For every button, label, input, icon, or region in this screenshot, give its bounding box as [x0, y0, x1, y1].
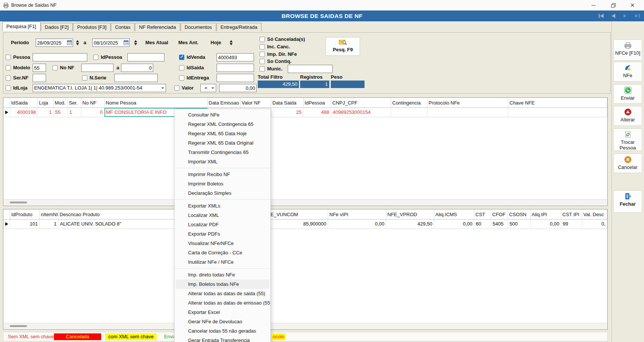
col-mod[interactable]: Mod. — [54, 98, 68, 108]
tab-contas[interactable]: Contas — [111, 23, 134, 31]
scrollbar-thumb[interactable] — [10, 202, 27, 203]
col-cnpj-cpf[interactable]: CNPJ_CPF — [331, 98, 391, 108]
munic-input[interactable] — [288, 65, 333, 73]
identrega-checkbox[interactable] — [179, 75, 184, 81]
flag-checkbox-munic[interactable] — [260, 66, 265, 72]
col-aliq-icms[interactable]: Aliq.ICMS — [434, 209, 474, 219]
nf-grid-hscrollbar[interactable] — [4, 199, 607, 205]
tab-produtos-f3[interactable]: Produtos [F3] — [73, 23, 111, 31]
menu-item-regerar-xml-65-data-hoje[interactable]: Regerar XML 65 Data Hoje — [175, 129, 270, 138]
col-loja[interactable]: Loja — [38, 98, 54, 108]
menu-item-gerar-nfe-de-devolucao[interactable]: Gerar NFe de Devolucao — [175, 317, 270, 326]
menu-item-exportar-excel[interactable]: Exportar Excel — [175, 308, 270, 317]
pessoa-checkbox[interactable] — [6, 55, 11, 60]
modelo-checkbox[interactable] — [6, 65, 11, 70]
col-nfe-vprod[interactable]: NFE_VPROD — [386, 209, 434, 219]
sernf-checkbox[interactable] — [6, 75, 11, 81]
col-cfof[interactable]: CFOF — [491, 209, 508, 219]
nserie-input[interactable] — [114, 74, 158, 82]
menu-item-exportar-pdfs[interactable]: Exportar PDFs — [175, 229, 270, 239]
flag-checkbox-so-contiq[interactable] — [260, 59, 265, 64]
menu-item-regerar-xml-65-data-original[interactable]: Regerar XML 65 Data Original — [175, 138, 270, 148]
scrollbar-thumb[interactable] — [10, 325, 27, 327]
col-nfe-vipi[interactable]: NFe vIPI — [328, 209, 386, 219]
col-nitemni[interactable]: nItemNI — [40, 209, 58, 219]
col-cst[interactable]: CST — [474, 209, 491, 219]
idvenda-checkbox[interactable] — [179, 55, 184, 60]
periodo-to-spinner[interactable] — [133, 39, 138, 47]
idloja-checkbox[interactable] — [6, 85, 11, 91]
valor-checkbox[interactable] — [174, 85, 179, 91]
enviar-button[interactable]: Enviar — [613, 84, 642, 104]
col-val-desc[interactable]: Val. Desc — [582, 209, 607, 219]
tab-dados-f2[interactable]: Dados [F2] — [41, 23, 73, 31]
identrega-input[interactable] — [217, 74, 254, 82]
menu-item-declara-o-simples[interactable]: Declaração Simples — [175, 188, 270, 198]
col-idproduto[interactable]: IdProduto — [10, 209, 40, 219]
tab-documentos[interactable]: Documentos — [181, 23, 216, 31]
menu-item-imprimir-boletos[interactable]: Imprimir Boletos — [175, 179, 270, 188]
menu-item-cancelar-todas-55-n-o-geradas[interactable]: Cancelar todas 55 não geradas — [175, 326, 270, 336]
idsaida-input[interactable] — [217, 64, 254, 72]
table-row[interactable]: 400019815510MF CONSULTORIA E INFO2548840… — [3, 108, 607, 117]
idpessoa-checkbox[interactable] — [93, 55, 99, 60]
col-data-emissao[interactable]: Data Emissao — [208, 98, 241, 108]
search-button[interactable]: Pesq. F9 — [326, 37, 360, 56]
menu-item-gerar-entrada-transferencia[interactable]: Gerar Entrada Transferencia — [175, 336, 270, 342]
menu-item-exportar-xmls[interactable]: Exportar XMLs — [175, 201, 270, 211]
col-csosn[interactable]: CSOSN — [508, 209, 530, 219]
menu-item-importar-xml[interactable]: Importar XML — [175, 157, 270, 166]
menu-item-inutilizar-nfe-nfce[interactable]: Inutilizar NFe / NFCe — [175, 257, 270, 267]
calendar-icon[interactable] — [124, 40, 129, 45]
col-valor-nf[interactable]: Valor NF — [241, 98, 271, 108]
pessoa-input[interactable] — [33, 53, 87, 61]
col-aliq-ipi[interactable]: Aliq.IPI — [530, 209, 561, 219]
col-idsaida[interactable]: IdSaida — [10, 98, 38, 108]
fechar-button[interactable]: Fechar — [613, 190, 642, 213]
idvenda-input[interactable] — [217, 53, 254, 61]
periodo-from-spinner[interactable] — [75, 39, 80, 47]
produtos-grid-hscrollbar[interactable] — [4, 323, 607, 329]
close-button[interactable]: ✕ — [624, 0, 641, 10]
menu-item-alterar-todas-as-datas-de-emissao-55[interactable]: Alterar todas as datas de emissao (55) — [175, 298, 270, 308]
menu-item-localizar-pdf[interactable]: Localizar PDF — [175, 220, 270, 229]
valor-operator-select[interactable]: = — [200, 84, 216, 92]
mes-atual-button[interactable]: Mes Atual — [145, 39, 168, 47]
table-row[interactable]: 1011ALICATE UNIV. SOLADO 8"85,9000000,00… — [3, 220, 607, 229]
hoje-spinner[interactable] — [228, 39, 234, 47]
idsaida-checkbox[interactable] — [179, 65, 184, 70]
nav-prev-icon[interactable] — [610, 13, 616, 18]
valor-input[interactable] — [219, 84, 257, 92]
col-nome-pessoa[interactable]: Nome Pessoa — [105, 98, 208, 108]
col-idpessoa[interactable]: IdPessoa — [303, 98, 331, 108]
minimize-button[interactable] — [585, 0, 602, 10]
maximize-button[interactable] — [605, 0, 622, 10]
menu-item-imp-boletos-todas-nfe[interactable]: Imp. Boletos todas NFe — [176, 279, 269, 289]
menu-item-consultar-nfe[interactable]: Consultar NFe — [175, 110, 270, 119]
menu-item-alterar-todas-as-datas-de-saida-55[interactable]: Alterar todas as datas de saida (55) — [175, 289, 270, 298]
flag-checkbox-inc-canc[interactable] — [260, 44, 265, 49]
nonf-to-input[interactable] — [121, 64, 153, 72]
col-e-vuncom[interactable]: E_VUNCOM — [269, 209, 328, 219]
flag-checkbox-imp-dir-nfe[interactable] — [260, 52, 265, 57]
cancelar-button[interactable]: Cancelar — [613, 154, 642, 173]
nfe-button[interactable]: NFe — [613, 62, 642, 82]
col-no-nf[interactable]: No NF — [81, 98, 105, 108]
col-data-saida[interactable]: Data Saida — [271, 98, 303, 108]
tab-entrega-retirada[interactable]: Entrega/Retirada — [217, 23, 261, 31]
idloja-select[interactable]: ENGEMATICA T.I. LOJA 1| 1| 40.989.253/00… — [33, 84, 166, 92]
nonf-checkbox[interactable] — [52, 65, 58, 70]
calendar-icon[interactable] — [67, 40, 72, 45]
mes-ant-button[interactable]: Mes Ant. — [178, 39, 199, 47]
nav-first-icon[interactable] — [598, 13, 604, 18]
menu-item-carta-de-corre-o-cce[interactable]: Carta de Correção - CCe — [175, 248, 270, 257]
menu-item-visualizar-nfe-nfce[interactable]: Visualizar NFe/NFCe — [175, 239, 270, 248]
modelo-input[interactable] — [33, 64, 46, 72]
menu-item-regerar-xml-contingencia-65[interactable]: Regerar XML Contingencia 65 — [175, 119, 270, 129]
alterar-button[interactable]: Alterar — [613, 106, 642, 126]
nfce-f10-button[interactable]: NFCe [F10] — [613, 39, 642, 61]
col-cst-ipi[interactable]: CST IPI — [561, 209, 582, 219]
nav-next-icon[interactable] — [622, 13, 628, 18]
trocar-pessoa-button[interactable]: Trocar Pessoa — [613, 128, 642, 151]
nonf-from-input[interactable] — [81, 64, 114, 72]
